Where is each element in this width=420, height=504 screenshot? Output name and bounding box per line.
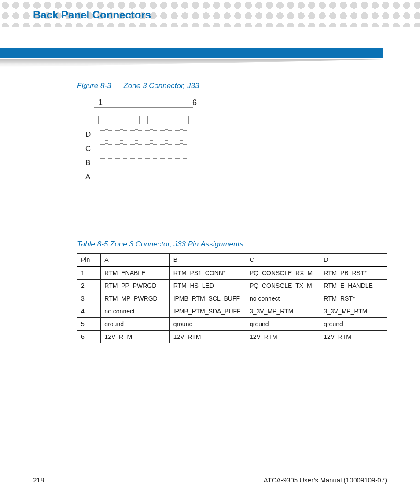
table-row: 612V_RTM12V_RTM12V_RTM12V_RTM (77, 331, 387, 343)
table-cell: 12V_RTM (101, 331, 169, 343)
table-cell: PQ_CONSOLE_RX_M (246, 266, 320, 280)
table-cell: ground (320, 318, 387, 331)
col-header: D (320, 254, 387, 267)
table-row: 4no connectIPMB_RTM_SDA_BUFF3_3V_MP_RTM3… (77, 305, 387, 318)
table-row: 1RTM_ENABLERTM_PS1_CONN*PQ_CONSOLE_RX_MR… (77, 266, 387, 280)
row-label: B (85, 158, 90, 167)
table-caption: Table 8-5 Zone 3 Connector, J33 Pin Assi… (77, 240, 385, 249)
table-cell: 1 (77, 266, 101, 280)
figure-caption: Figure 8-3Zone 3 Connector, J33 (77, 81, 385, 90)
table-cell: 3 (77, 292, 101, 305)
figure-title: Zone 3 Connector, J33 (123, 81, 199, 90)
table-cell: ground (169, 318, 246, 331)
table-cell: PQ_CONSOLE_TX_M (246, 280, 320, 292)
table-cell: 3_3V_MP_RTM (246, 305, 320, 318)
table-cell: 6 (77, 331, 101, 343)
header-blue-bar (0, 48, 383, 58)
table-label: Table 8-5 (77, 240, 108, 248)
col-header: Pin (77, 254, 101, 267)
table-cell: ground (246, 318, 320, 331)
table-cell: 4 (77, 305, 101, 318)
connector-diagram: 1 6 D C B (81, 98, 385, 222)
page-number: 218 (33, 476, 44, 484)
table-cell: RTM_MP_PWRGD (101, 292, 169, 305)
table-row: 3RTM_MP_PWRGDIPMB_RTM_SCL_BUFFno connect… (77, 292, 387, 305)
pin-row-d: D (97, 130, 190, 138)
row-label: C (85, 144, 91, 153)
table-title: Zone 3 Connector, J33 Pin Assignments (110, 240, 243, 248)
doc-title: ATCA-9305 User’s Manual (10009109-07) (264, 476, 387, 484)
table-cell: no connect (101, 305, 169, 318)
col-header: A (101, 254, 169, 267)
table-row: 5groundgroundgroundground (77, 318, 387, 331)
table-header-row: Pin A B C D (77, 254, 387, 267)
col-header: C (246, 254, 320, 267)
section-title: Back Panel Connectors (33, 9, 151, 21)
table-cell: 12V_RTM (246, 331, 320, 343)
table-cell: no connect (246, 292, 320, 305)
pin-row-c: C (97, 144, 190, 152)
header-shadow-bar (0, 59, 383, 67)
table-cell: RTM_PS1_CONN* (169, 266, 246, 280)
footer-rule (33, 472, 387, 472)
table-cell: RTM_PP_PWRGD (101, 280, 169, 292)
col-header: B (169, 254, 246, 267)
bottom-alignment-tab (94, 191, 193, 222)
table-cell: RTM_ENABLE (101, 266, 169, 280)
table-cell: IPMB_RTM_SDA_BUFF (169, 305, 246, 318)
table-cell: RTM_RST* (320, 292, 387, 305)
table-cell: RTM_PB_RST* (320, 266, 387, 280)
table-cell: 2 (77, 280, 101, 292)
column-label-first: 1 (98, 98, 103, 107)
table-cell: 12V_RTM (320, 331, 387, 343)
table-cell: 5 (77, 318, 101, 331)
table-cell: 12V_RTM (169, 331, 246, 343)
table-cell: 3_3V_MP_RTM (320, 305, 387, 318)
table-cell: RTM_HS_LED (169, 280, 246, 292)
row-label: A (85, 173, 90, 181)
row-label: D (85, 130, 91, 139)
figure-label: Figure 8-3 (77, 81, 111, 90)
connector-outline: D C B A (94, 107, 193, 222)
table-cell: IPMB_RTM_SCL_BUFF (169, 292, 246, 305)
table-cell: RTM_E_HANDLE (320, 280, 387, 292)
table-row: 2RTM_PP_PWRGDRTM_HS_LEDPQ_CONSOLE_TX_MRT… (77, 280, 387, 292)
pin-assignment-table: Pin A B C D 1RTM_ENABLERTM_PS1_CONN*PQ_C… (77, 253, 387, 343)
alignment-key-row (94, 108, 193, 124)
pin-row-a: A (97, 173, 190, 180)
table-cell: ground (101, 318, 169, 331)
pin-row-b: B (97, 158, 190, 166)
column-label-last: 6 (192, 98, 197, 107)
